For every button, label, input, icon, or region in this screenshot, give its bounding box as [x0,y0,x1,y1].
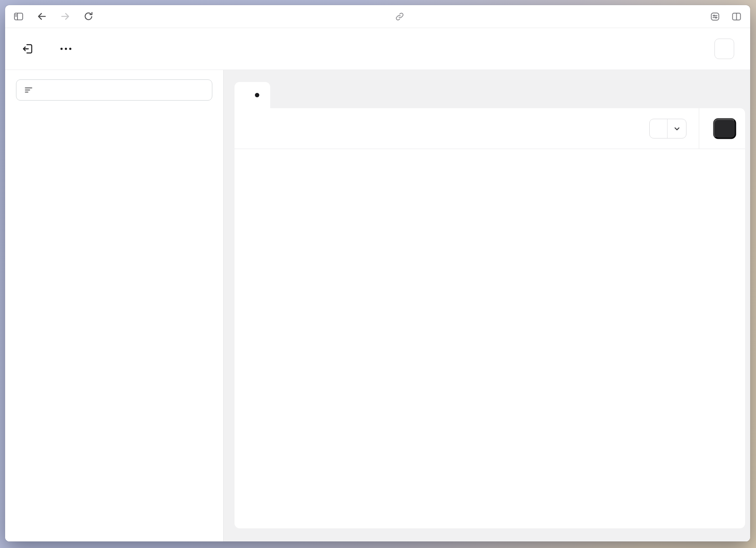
file-search-box[interactable] [16,79,212,101]
forward-icon[interactable] [60,11,71,22]
split-view-icon[interactable] [731,11,742,22]
header-divider [699,108,699,149]
back-icon[interactable] [36,11,47,22]
editor-main [224,70,750,541]
reload-icon[interactable] [83,11,94,22]
more-actions-button[interactable] [60,48,71,50]
preview-store-button[interactable] [714,39,734,59]
filter-icon [24,85,34,95]
browser-toolbar [5,5,750,28]
link-icon [395,12,405,21]
page-settings-icon[interactable] [709,11,721,22]
browser-window [5,5,750,541]
unsaved-dot [255,93,259,97]
app-header [5,28,750,70]
chevron-down-icon[interactable] [667,119,686,138]
tab-theme-liquid[interactable] [235,82,270,108]
format-liquid-label[interactable] [650,119,667,138]
tab-bar [235,82,745,108]
file-sidebar [5,70,224,541]
sidebar-toggle-icon[interactable] [13,11,24,22]
save-button[interactable] [714,119,736,138]
code-editor[interactable] [235,149,745,528]
address-bar[interactable] [94,12,709,21]
format-liquid-button[interactable] [649,119,686,138]
editor-panel [235,108,745,528]
search-input[interactable] [40,85,205,96]
exit-icon[interactable] [21,42,34,55]
panel-header [235,108,745,149]
